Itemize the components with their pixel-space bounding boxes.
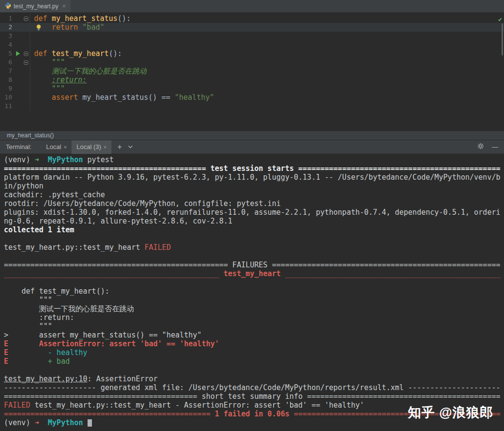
terminal-text: cachedir: .pytest_cache <box>4 190 105 199</box>
fold-marker-icon[interactable] <box>24 52 28 56</box>
terminal-text <box>39 155 48 164</box>
fold-marker-icon[interactable] <box>24 17 28 21</box>
code-line: 3 <box>0 32 504 40</box>
terminal-text: MyPython <box>48 155 83 164</box>
terminal-text: def test_my_heart(): <box>4 287 109 296</box>
code-token: :return: <box>52 75 87 84</box>
terminal-tab-local-3[interactable]: Local (3) × <box>72 140 111 154</box>
terminal-line: ========================================… <box>4 392 501 401</box>
line-number: 11 <box>0 102 14 111</box>
code-line: 2 return "bad" <box>0 23 504 32</box>
terminal-text: - healthy <box>48 348 87 357</box>
terminal-line: collected 1 item <box>4 225 501 234</box>
gutter-icons <box>14 32 22 40</box>
tab-close-icon[interactable]: × <box>104 140 107 154</box>
terminal-text: ========================================… <box>272 261 501 269</box>
gutter-icons <box>14 67 22 75</box>
code-line: 4 <box>0 40 504 49</box>
line-number: 3 <box>0 32 14 40</box>
terminal-line: E - healthy <box>4 348 501 357</box>
pycharm-window: test_my_heart.py × 1def my_heart_status(… <box>0 0 504 431</box>
code-token <box>34 93 52 102</box>
terminal-output[interactable]: (venv) ➜ MyPython pytest================… <box>0 154 504 431</box>
tab-close-icon[interactable]: × <box>62 3 66 10</box>
code-text: return "bad" <box>30 23 504 32</box>
terminal-line: E + bad <box>4 357 501 366</box>
editor-tab[interactable]: test_my_heart.py × <box>0 0 71 12</box>
terminal-text <box>281 269 285 278</box>
new-session-button[interactable]: + <box>117 143 122 151</box>
code-text <box>30 32 504 40</box>
gear-icon[interactable] <box>477 143 484 151</box>
terminal-text: ========================================… <box>4 261 228 269</box>
terminal-line: """ <box>4 322 501 331</box>
terminal-text: rootdir: /Users/bytedance/Code/MyPython,… <box>4 199 281 208</box>
gutter-fold <box>22 75 30 84</box>
terminal-text <box>83 418 88 427</box>
file-link[interactable]: test_my_heart.py:10 <box>4 375 88 383</box>
code-token: "healthy" <box>175 93 214 102</box>
code-token: def <box>34 49 52 58</box>
gutter-fold <box>22 23 30 32</box>
code-token: (): <box>118 14 131 23</box>
chevron-down-icon[interactable] <box>128 145 133 149</box>
terminal-line: ========================================… <box>4 164 501 173</box>
terminal-text: test_my_heart.py::test_my_heart <box>4 243 144 252</box>
code-token: assert <box>52 93 82 102</box>
line-number: 6 <box>0 58 14 67</box>
gutter-icons <box>14 23 22 32</box>
terminal-line: ========================================… <box>4 261 501 269</box>
code-line: 9 """ <box>0 84 504 93</box>
code-line: 8 :return: <box>0 75 504 84</box>
terminal-text: ________________________________________… <box>4 269 219 278</box>
terminal-line <box>4 278 501 287</box>
code-text <box>30 102 504 111</box>
terminal-text <box>39 418 48 427</box>
gutter-icons <box>14 49 22 58</box>
terminal-text: ========================================… <box>4 410 210 418</box>
terminal-text: FAILED <box>4 401 30 410</box>
terminal-text: :return: <box>4 313 74 322</box>
terminal-text: test_my_heart <box>224 269 281 278</box>
code-text <box>30 40 504 49</box>
terminal-line <box>4 366 501 375</box>
fold-marker-icon[interactable] <box>24 60 28 65</box>
code-editor[interactable]: 1def my_heart_status():2 return "bad"345… <box>0 13 504 131</box>
code-text: :return: <box>30 75 504 84</box>
terminal-text: ========================================… <box>4 164 206 173</box>
gutter-fold <box>22 93 30 102</box>
code-token: test_my_heart <box>52 49 108 58</box>
terminal-text: E AssertionError: assert 'bad' == 'healt… <box>4 339 219 348</box>
tab-close-icon[interactable]: × <box>64 140 67 154</box>
terminal-text: test_my_heart.py::test_my_heart - Assert… <box>30 401 364 410</box>
terminal-line: def test_my_heart(): <box>4 287 501 296</box>
terminal-line: E AssertionError: assert 'bad' == 'healt… <box>4 339 501 348</box>
context-function[interactable]: my_heart_status() <box>7 132 54 139</box>
python-file-icon <box>5 2 11 10</box>
terminal-line: 测试一下我的心脏是否在跳动 <box>4 304 501 313</box>
terminal-tab-bar: Terminal: Local × Local (3) × + <box>0 140 504 154</box>
minimize-icon[interactable]: — <box>492 143 498 150</box>
terminal-line: test_my_heart.py:10: AssertionError <box>4 375 501 383</box>
terminal-line: test_my_heart.py::test_my_heart FAILED <box>4 243 501 252</box>
terminal-cursor <box>88 419 92 427</box>
line-number: 5 <box>0 49 14 58</box>
line-number: 8 <box>0 75 14 84</box>
terminal-line: plugins: xdist-1.30.0, forked-1.4.0, rer… <box>4 208 501 225</box>
terminal-line: (venv) ➜ MyPython pytest <box>4 155 501 164</box>
code-token: return <box>52 23 82 32</box>
code-text: 测试一下我的心脏是否在跳动 <box>30 67 504 75</box>
terminal-text: ========================================… <box>307 392 500 401</box>
line-number: 7 <box>0 67 14 75</box>
code-token: my_heart_status <box>52 14 117 23</box>
line-number: 10 <box>0 93 14 102</box>
terminal-tab-local[interactable]: Local × <box>41 140 72 154</box>
run-test-button[interactable] <box>16 51 20 56</box>
tab-label: Local <box>46 140 61 154</box>
code-token <box>34 75 52 84</box>
editor-scrollbar-thumb[interactable] <box>502 23 503 56</box>
code-line: 1def my_heart_status(): <box>0 14 504 23</box>
code-token: """ <box>52 58 65 67</box>
code-text: """ <box>30 58 504 67</box>
terminal-text: > assert my_heart_status() == "healthy" <box>4 331 201 339</box>
